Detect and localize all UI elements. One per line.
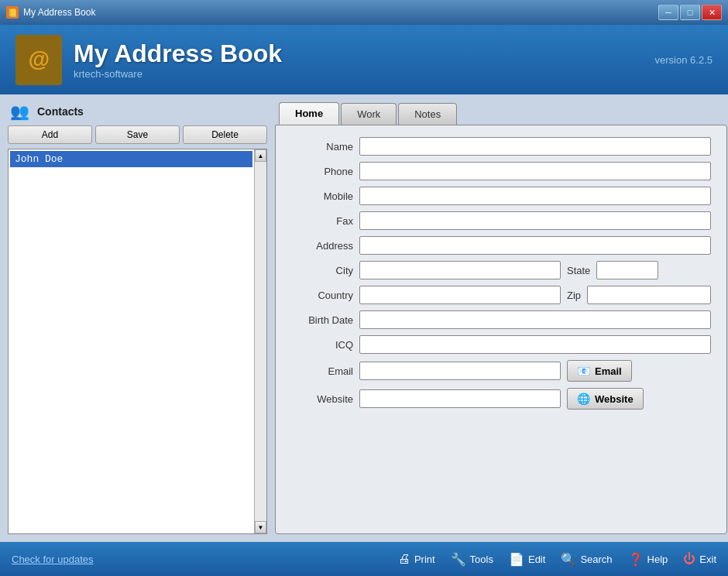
maximize-button[interactable]: □ bbox=[680, 5, 700, 20]
mobile-label: Mobile bbox=[291, 190, 353, 202]
search-icon: 🔍 bbox=[561, 552, 576, 567]
contacts-label: Contacts bbox=[37, 105, 84, 118]
email-button[interactable]: 📧 Email bbox=[567, 360, 632, 382]
exit-tool[interactable]: ⏻ Exit bbox=[683, 552, 716, 566]
app-small-icon: 📒 bbox=[6, 6, 19, 19]
title-bar-text: My Address Book bbox=[23, 7, 95, 18]
title-bar-controls: ─ □ ✕ bbox=[658, 5, 722, 20]
delete-button[interactable]: Delete bbox=[183, 125, 267, 144]
app-name: My Address Book bbox=[74, 39, 282, 68]
app-header-left: My Address Book krtech-software bbox=[15, 35, 282, 85]
email-input[interactable] bbox=[359, 362, 561, 380]
edit-icon: 📄 bbox=[509, 552, 524, 567]
mobile-input[interactable] bbox=[359, 187, 711, 205]
right-panel: Home Work Notes Name Phone Mobile bbox=[275, 102, 727, 534]
app-version: version 6.2.5 bbox=[655, 54, 713, 66]
name-row: Name bbox=[291, 137, 711, 156]
phone-row: Phone bbox=[291, 162, 711, 180]
zip-label: Zip bbox=[567, 290, 581, 301]
scrollbar: ▲ ▼ bbox=[254, 149, 266, 533]
name-input[interactable] bbox=[359, 137, 711, 156]
website-input[interactable] bbox=[359, 389, 561, 408]
website-row: Website 🌐 Website bbox=[291, 388, 711, 410]
birthdate-row: Birth Date bbox=[291, 310, 711, 329]
country-input[interactable] bbox=[359, 286, 561, 304]
tab-home[interactable]: Home bbox=[279, 102, 339, 125]
icq-row: ICQ bbox=[291, 335, 711, 354]
status-bar: Check for updates 🖨 Print 🔧 Tools 📄 Edit… bbox=[0, 542, 728, 576]
website-icon: 🌐 bbox=[577, 393, 590, 405]
icq-input[interactable] bbox=[359, 335, 711, 354]
phone-label: Phone bbox=[291, 166, 353, 177]
help-tool[interactable]: ❓ Help bbox=[628, 552, 668, 567]
contacts-list-container: John Doe ▲ ▼ bbox=[8, 149, 267, 534]
icq-label: ICQ bbox=[291, 339, 353, 351]
print-tool[interactable]: 🖨 Print bbox=[398, 552, 435, 566]
fax-input[interactable] bbox=[359, 211, 711, 230]
tab-notes[interactable]: Notes bbox=[398, 103, 457, 125]
contacts-buttons: Add Save Delete bbox=[8, 125, 267, 144]
birthdate-label: Birth Date bbox=[291, 314, 353, 326]
state-label: State bbox=[567, 265, 590, 276]
save-button[interactable]: Save bbox=[95, 125, 180, 144]
list-item[interactable]: John Doe bbox=[10, 151, 252, 167]
help-icon: ❓ bbox=[628, 552, 644, 567]
app-title-text: My Address Book krtech-software bbox=[74, 39, 282, 80]
address-label: Address bbox=[291, 240, 353, 252]
contacts-icon: 👥 bbox=[8, 102, 31, 121]
form-area: Name Phone Mobile Fax Address bbox=[275, 125, 727, 534]
tools-icon: 🔧 bbox=[451, 552, 466, 567]
zip-input[interactable] bbox=[587, 286, 711, 304]
fax-row: Fax bbox=[291, 211, 711, 230]
email-icon: 📧 bbox=[577, 365, 590, 377]
left-panel: 👥 Contacts Add Save Delete John Doe ▲ ▼ bbox=[8, 102, 267, 534]
country-zip-row: Country Zip bbox=[291, 286, 711, 304]
tab-bar: Home Work Notes bbox=[275, 102, 727, 125]
tab-work[interactable]: Work bbox=[341, 103, 397, 125]
main-area: 👥 Contacts Add Save Delete John Doe ▲ ▼ … bbox=[0, 94, 728, 542]
app-logo bbox=[15, 35, 62, 85]
exit-icon: ⏻ bbox=[683, 552, 695, 566]
city-label: City bbox=[291, 265, 353, 276]
phone-input[interactable] bbox=[359, 162, 711, 180]
email-label: Email bbox=[291, 365, 353, 377]
website-button[interactable]: 🌐 Website bbox=[567, 388, 644, 410]
mobile-row: Mobile bbox=[291, 187, 711, 205]
email-row: Email 📧 Email bbox=[291, 360, 711, 382]
address-row: Address bbox=[291, 236, 711, 255]
scroll-down-arrow[interactable]: ▼ bbox=[255, 521, 266, 533]
edit-tool[interactable]: 📄 Edit bbox=[509, 552, 545, 567]
title-bar: 📒 My Address Book ─ □ ✕ bbox=[0, 0, 728, 25]
contacts-header: 👥 Contacts bbox=[8, 102, 267, 121]
scroll-up-arrow[interactable]: ▲ bbox=[255, 149, 266, 162]
scroll-track[interactable] bbox=[255, 162, 266, 521]
search-tool[interactable]: 🔍 Search bbox=[561, 552, 612, 567]
app-header: My Address Book krtech-software version … bbox=[0, 25, 728, 94]
print-icon: 🖨 bbox=[398, 552, 410, 566]
website-label: Website bbox=[291, 393, 353, 405]
country-label: Country bbox=[291, 290, 353, 301]
contacts-list[interactable]: John Doe bbox=[9, 149, 254, 533]
check-updates-link[interactable]: Check for updates bbox=[12, 554, 94, 565]
tools-tool[interactable]: 🔧 Tools bbox=[451, 552, 493, 567]
status-tools: 🖨 Print 🔧 Tools 📄 Edit 🔍 Search ❓ Help ⏻… bbox=[398, 552, 716, 567]
app-company: krtech-software bbox=[74, 68, 282, 80]
name-label: Name bbox=[291, 141, 353, 153]
close-button[interactable]: ✕ bbox=[702, 5, 722, 20]
state-input[interactable] bbox=[596, 261, 658, 279]
add-button[interactable]: Add bbox=[8, 125, 92, 144]
minimize-button[interactable]: ─ bbox=[658, 5, 678, 20]
city-state-row: City State bbox=[291, 261, 711, 279]
fax-label: Fax bbox=[291, 215, 353, 227]
address-input[interactable] bbox=[359, 236, 711, 255]
city-input[interactable] bbox=[359, 261, 561, 279]
title-bar-left: 📒 My Address Book bbox=[6, 6, 95, 19]
birthdate-input[interactable] bbox=[359, 310, 711, 329]
